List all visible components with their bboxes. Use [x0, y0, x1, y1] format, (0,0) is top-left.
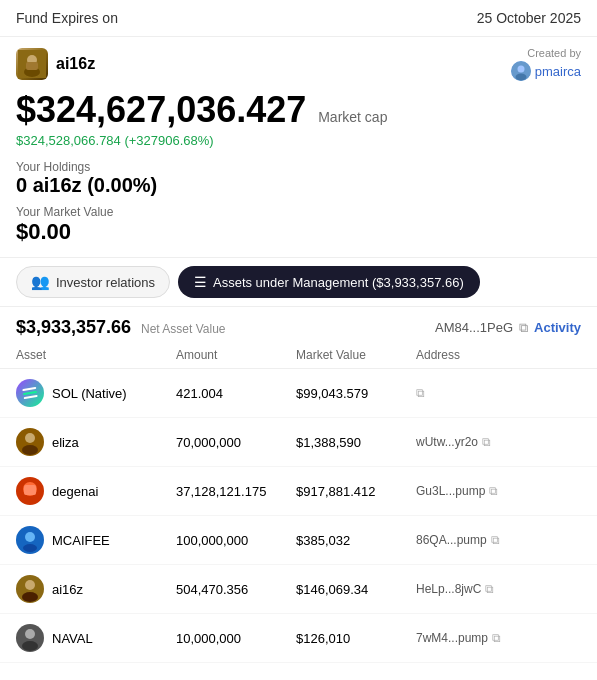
amount-cell: 100,000,000 — [176, 533, 296, 548]
asset-name: MCAIFEE — [52, 533, 110, 548]
table-row: eliza 70,000,000 $1,388,590 wUtw...yr2o … — [0, 418, 597, 467]
svg-point-15 — [23, 544, 37, 552]
assets-icon: ☰ — [194, 274, 207, 290]
market-value-cell: $146,069.34 — [296, 582, 416, 597]
holdings-section: Your Holdings 0 ai16z (0.00%) — [0, 152, 597, 201]
holdings-value: 0 ai16z (0.00%) — [16, 174, 581, 197]
svg-point-5 — [517, 66, 524, 73]
asset-name: SOL (Native) — [52, 386, 127, 401]
svg-rect-12 — [24, 485, 36, 495]
fund-name: ai16z — [56, 55, 95, 73]
asset-name: eliza — [52, 435, 79, 450]
address-text: 86QA...pump — [416, 533, 487, 547]
svg-point-21 — [22, 641, 38, 651]
table-row: NAVAL 10,000,000 $126,010 7wM4...pump ⧉ — [0, 614, 597, 663]
asset-cell: ai16z — [16, 575, 176, 603]
header-market-value: Market Value — [296, 348, 416, 362]
copy-address-icon[interactable]: ⧉ — [482, 435, 491, 449]
address-text: wUtw...yr2o — [416, 435, 478, 449]
asset-cell: SOL (Native) — [16, 379, 176, 407]
amount-cell: 504,470.356 — [176, 582, 296, 597]
table-row: SOL (Native) 421.004 $99,043.579 ⧉ — [0, 369, 597, 418]
fund-avatar — [16, 48, 48, 80]
investor-relations-icon: 👥 — [31, 273, 50, 291]
tab-investor-label: Investor relations — [56, 275, 155, 290]
asset-name: degenai — [52, 484, 98, 499]
copy-address-icon[interactable]: ⧉ — [485, 582, 494, 596]
fund-identity: ai16z — [16, 48, 95, 80]
address-text: 7wM4...pump — [416, 631, 488, 645]
header-address: Address — [416, 348, 581, 362]
asset-cell: NAVAL — [16, 624, 176, 652]
nav-copy-icon[interactable]: ⧉ — [519, 320, 528, 336]
address-cell: wUtw...yr2o ⧉ — [416, 435, 581, 449]
created-by-section: Created by pmairca — [511, 47, 581, 81]
table-header: Asset Amount Market Value Address — [0, 344, 597, 369]
market-value-cell: $126,010 — [296, 631, 416, 646]
holdings-label: Your Holdings — [16, 160, 581, 174]
asset-name: ai16z — [52, 582, 83, 597]
svg-point-17 — [25, 580, 35, 590]
market-value-cell: $917,881.412 — [296, 484, 416, 499]
asset-cell: eliza — [16, 428, 176, 456]
svg-rect-3 — [26, 62, 38, 70]
table-row: degenai 37,128,121.175 $917,881.412 Gu3L… — [0, 467, 597, 516]
asset-cell: degenai — [16, 477, 176, 505]
svg-point-9 — [22, 445, 38, 455]
creator-avatar — [511, 61, 531, 81]
fund-expires-date: 25 October 2025 — [477, 10, 581, 26]
address-cell: HeLp...8jwC ⧉ — [416, 582, 581, 596]
created-by-label: Created by — [511, 47, 581, 59]
address-cell: 86QA...pump ⧉ — [416, 533, 581, 547]
address-cell: Gu3L...pump ⧉ — [416, 484, 581, 498]
nav-label: Net Asset Value — [141, 322, 226, 336]
svg-point-14 — [25, 532, 35, 542]
address-text: Gu3L...pump — [416, 484, 485, 498]
address-text: HeLp...8jwC — [416, 582, 481, 596]
market-cap-value: $324,627,036.427 — [16, 89, 306, 130]
header-asset: Asset — [16, 348, 176, 362]
market-cap-section: $324,627,036.427 Market cap $324,528,066… — [0, 85, 597, 152]
svg-point-6 — [515, 74, 526, 81]
market-value-label: Your Market Value — [16, 205, 581, 219]
svg-point-18 — [22, 592, 38, 602]
amount-cell: 421.004 — [176, 386, 296, 401]
copy-address-icon[interactable]: ⧉ — [492, 631, 501, 645]
address-cell: 7wM4...pump ⧉ — [416, 631, 581, 645]
market-value-amount: $0.00 — [16, 219, 581, 245]
creator-name: pmairca — [535, 64, 581, 79]
tab-assets-management[interactable]: ☰ Assets under Management ($3,933,357.66… — [178, 266, 480, 298]
copy-address-icon[interactable]: ⧉ — [491, 533, 500, 547]
table-row: ai16z 504,470.356 $146,069.34 HeLp...8jw… — [0, 565, 597, 614]
fund-expires-label: Fund Expires on — [16, 10, 118, 26]
creator-link[interactable]: pmairca — [511, 61, 581, 81]
market-cap-change: $324,528,066.784 (+327906.68%) — [16, 133, 581, 148]
svg-point-20 — [25, 629, 35, 639]
market-value-cell: $1,388,590 — [296, 435, 416, 450]
market-value-cell: $385,032 — [296, 533, 416, 548]
market-value-section: Your Market Value $0.00 — [0, 201, 597, 257]
tabs-section: 👥 Investor relations ☰ Assets under Mana… — [0, 257, 597, 307]
asset-cell: MCAIFEE — [16, 526, 176, 554]
amount-cell: 37,128,121.175 — [176, 484, 296, 499]
nav-section: $3,933,357.66 Net Asset Value AM84...1Pe… — [0, 307, 597, 344]
header-amount: Amount — [176, 348, 296, 362]
table-body: SOL (Native) 421.004 $99,043.579 ⧉ eliza… — [0, 369, 597, 663]
svg-point-8 — [25, 433, 35, 443]
market-cap-label: Market cap — [318, 109, 387, 125]
creator-section: ai16z Created by pmairca — [0, 37, 597, 85]
tab-assets-label: Assets under Management ($3,933,357.66) — [213, 275, 464, 290]
creator-avatar-image — [511, 61, 531, 81]
amount-cell: 10,000,000 — [176, 631, 296, 646]
fund-header: Fund Expires on 25 October 2025 — [0, 0, 597, 37]
copy-address-icon[interactable]: ⧉ — [489, 484, 498, 498]
amount-cell: 70,000,000 — [176, 435, 296, 450]
tab-investor-relations[interactable]: 👥 Investor relations — [16, 266, 170, 298]
asset-name: NAVAL — [52, 631, 93, 646]
market-value-cell: $99,043.579 — [296, 386, 416, 401]
copy-address-icon[interactable]: ⧉ — [416, 386, 425, 400]
ai16z-avatar-image — [18, 50, 46, 78]
activity-link[interactable]: Activity — [534, 320, 581, 335]
address-cell: ⧉ — [416, 386, 581, 400]
nav-value: $3,933,357.66 — [16, 317, 131, 337]
